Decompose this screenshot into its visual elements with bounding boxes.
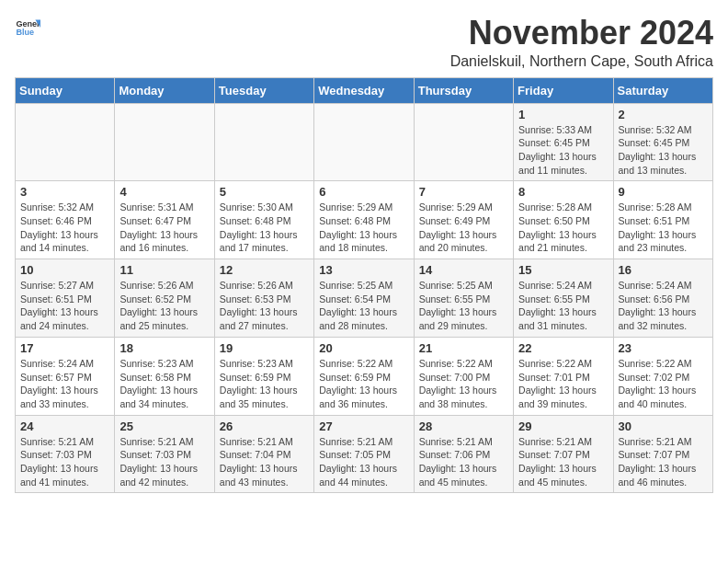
day-info: Sunrise: 5:24 AM Sunset: 6:55 PM Dayligh… xyxy=(518,279,608,333)
day-number: 21 xyxy=(419,341,508,355)
day-number: 25 xyxy=(119,419,209,433)
calendar-cell xyxy=(214,103,313,181)
day-number: 24 xyxy=(20,419,109,433)
day-info: Sunrise: 5:29 AM Sunset: 6:49 PM Dayligh… xyxy=(419,201,508,255)
calendar-cell: 25Sunrise: 5:21 AM Sunset: 7:03 PM Dayli… xyxy=(115,415,214,493)
day-info: Sunrise: 5:31 AM Sunset: 6:47 PM Dayligh… xyxy=(119,201,209,255)
calendar-cell: 21Sunrise: 5:22 AM Sunset: 7:00 PM Dayli… xyxy=(414,337,513,415)
calendar-cell xyxy=(414,103,513,181)
day-info: Sunrise: 5:23 AM Sunset: 6:59 PM Dayligh… xyxy=(220,357,309,411)
calendar-cell: 23Sunrise: 5:22 AM Sunset: 7:02 PM Dayli… xyxy=(613,337,712,415)
calendar-cell: 18Sunrise: 5:23 AM Sunset: 6:58 PM Dayli… xyxy=(115,337,214,415)
day-info: Sunrise: 5:26 AM Sunset: 6:53 PM Dayligh… xyxy=(220,279,309,333)
day-number: 2 xyxy=(619,108,708,121)
day-number: 30 xyxy=(619,419,708,433)
calendar-cell: 1Sunrise: 5:33 AM Sunset: 6:45 PM Daylig… xyxy=(514,103,613,181)
day-number: 18 xyxy=(119,341,209,355)
calendar-cell xyxy=(115,103,214,181)
col-header-wednesday: Wednesday xyxy=(314,77,414,103)
calendar-header-row: SundayMondayTuesdayWednesdayThursdayFrid… xyxy=(16,77,713,103)
calendar-cell: 26Sunrise: 5:21 AM Sunset: 7:04 PM Dayli… xyxy=(214,415,313,493)
day-info: Sunrise: 5:27 AM Sunset: 6:51 PM Dayligh… xyxy=(20,279,109,333)
day-info: Sunrise: 5:22 AM Sunset: 7:00 PM Dayligh… xyxy=(419,357,508,411)
calendar-cell: 22Sunrise: 5:22 AM Sunset: 7:01 PM Dayli… xyxy=(514,337,613,415)
calendar-week-3: 10Sunrise: 5:27 AM Sunset: 6:51 PM Dayli… xyxy=(16,259,713,338)
calendar-cell: 16Sunrise: 5:24 AM Sunset: 6:56 PM Dayli… xyxy=(613,259,712,338)
day-info: Sunrise: 5:26 AM Sunset: 6:52 PM Dayligh… xyxy=(119,279,209,333)
logo-icon: General Blue xyxy=(15,15,40,40)
day-number: 29 xyxy=(518,419,608,433)
page-header: General Blue November 2024 Danielskuil, … xyxy=(15,15,713,70)
day-number: 22 xyxy=(518,341,608,355)
day-number: 23 xyxy=(619,341,708,355)
calendar-week-2: 3Sunrise: 5:32 AM Sunset: 6:46 PM Daylig… xyxy=(16,181,713,259)
col-header-friday: Friday xyxy=(514,77,613,103)
day-info: Sunrise: 5:29 AM Sunset: 6:48 PM Dayligh… xyxy=(319,201,408,255)
day-number: 5 xyxy=(220,185,309,199)
calendar-cell: 19Sunrise: 5:23 AM Sunset: 6:59 PM Dayli… xyxy=(214,337,313,415)
calendar-cell: 9Sunrise: 5:28 AM Sunset: 6:51 PM Daylig… xyxy=(613,181,712,259)
day-number: 3 xyxy=(20,185,109,199)
col-header-sunday: Sunday xyxy=(16,77,115,103)
calendar-week-1: 1Sunrise: 5:33 AM Sunset: 6:45 PM Daylig… xyxy=(16,103,713,181)
day-number: 1 xyxy=(518,108,608,121)
day-info: Sunrise: 5:22 AM Sunset: 7:02 PM Dayligh… xyxy=(619,357,708,411)
calendar-cell: 29Sunrise: 5:21 AM Sunset: 7:07 PM Dayli… xyxy=(514,415,613,493)
calendar-week-4: 17Sunrise: 5:24 AM Sunset: 6:57 PM Dayli… xyxy=(16,337,713,415)
calendar-cell: 12Sunrise: 5:26 AM Sunset: 6:53 PM Dayli… xyxy=(214,259,313,338)
day-info: Sunrise: 5:33 AM Sunset: 6:45 PM Dayligh… xyxy=(518,123,608,178)
col-header-thursday: Thursday xyxy=(414,77,513,103)
day-number: 14 xyxy=(419,263,508,277)
day-info: Sunrise: 5:28 AM Sunset: 6:50 PM Dayligh… xyxy=(518,201,608,255)
day-info: Sunrise: 5:21 AM Sunset: 7:07 PM Dayligh… xyxy=(619,435,708,489)
calendar-cell: 28Sunrise: 5:21 AM Sunset: 7:06 PM Dayli… xyxy=(414,415,513,493)
month-title: November 2024 xyxy=(450,15,713,52)
day-number: 20 xyxy=(319,341,408,355)
day-info: Sunrise: 5:28 AM Sunset: 6:51 PM Dayligh… xyxy=(619,201,708,255)
day-info: Sunrise: 5:30 AM Sunset: 6:48 PM Dayligh… xyxy=(220,201,309,255)
day-number: 6 xyxy=(319,185,408,199)
day-number: 15 xyxy=(518,263,608,277)
calendar-cell xyxy=(16,103,115,181)
day-info: Sunrise: 5:23 AM Sunset: 6:58 PM Dayligh… xyxy=(119,357,209,411)
day-number: 17 xyxy=(20,341,109,355)
svg-text:Blue: Blue xyxy=(16,28,34,37)
calendar-cell: 30Sunrise: 5:21 AM Sunset: 7:07 PM Dayli… xyxy=(613,415,712,493)
day-info: Sunrise: 5:22 AM Sunset: 7:01 PM Dayligh… xyxy=(518,357,608,411)
calendar-cell: 11Sunrise: 5:26 AM Sunset: 6:52 PM Dayli… xyxy=(115,259,214,338)
logo: General Blue xyxy=(15,15,40,40)
day-number: 13 xyxy=(319,263,408,277)
day-number: 9 xyxy=(619,185,708,199)
day-info: Sunrise: 5:21 AM Sunset: 7:07 PM Dayligh… xyxy=(518,435,608,489)
calendar-cell: 17Sunrise: 5:24 AM Sunset: 6:57 PM Dayli… xyxy=(16,337,115,415)
day-number: 11 xyxy=(119,263,209,277)
day-number: 4 xyxy=(119,185,209,199)
subtitle: Danielskuil, Northern Cape, South Africa xyxy=(450,53,713,70)
calendar-cell: 27Sunrise: 5:21 AM Sunset: 7:05 PM Dayli… xyxy=(314,415,414,493)
calendar-cell: 15Sunrise: 5:24 AM Sunset: 6:55 PM Dayli… xyxy=(514,259,613,338)
day-info: Sunrise: 5:32 AM Sunset: 6:45 PM Dayligh… xyxy=(619,123,708,178)
day-number: 28 xyxy=(419,419,508,433)
day-info: Sunrise: 5:22 AM Sunset: 6:59 PM Dayligh… xyxy=(319,357,408,411)
day-info: Sunrise: 5:25 AM Sunset: 6:54 PM Dayligh… xyxy=(319,279,408,333)
calendar-cell: 24Sunrise: 5:21 AM Sunset: 7:03 PM Dayli… xyxy=(16,415,115,493)
day-number: 10 xyxy=(20,263,109,277)
day-info: Sunrise: 5:25 AM Sunset: 6:55 PM Dayligh… xyxy=(419,279,508,333)
day-info: Sunrise: 5:21 AM Sunset: 7:06 PM Dayligh… xyxy=(419,435,508,489)
day-info: Sunrise: 5:32 AM Sunset: 6:46 PM Dayligh… xyxy=(20,201,109,255)
calendar-cell: 6Sunrise: 5:29 AM Sunset: 6:48 PM Daylig… xyxy=(314,181,414,259)
day-info: Sunrise: 5:21 AM Sunset: 7:04 PM Dayligh… xyxy=(220,435,309,489)
day-number: 27 xyxy=(319,419,408,433)
calendar-week-5: 24Sunrise: 5:21 AM Sunset: 7:03 PM Dayli… xyxy=(16,415,713,493)
calendar-cell: 8Sunrise: 5:28 AM Sunset: 6:50 PM Daylig… xyxy=(514,181,613,259)
day-number: 12 xyxy=(220,263,309,277)
col-header-tuesday: Tuesday xyxy=(214,77,313,103)
calendar-table: SundayMondayTuesdayWednesdayThursdayFrid… xyxy=(15,77,713,494)
day-number: 26 xyxy=(220,419,309,433)
title-area: November 2024 Danielskuil, Northern Cape… xyxy=(450,15,713,70)
day-number: 19 xyxy=(220,341,309,355)
calendar-cell xyxy=(314,103,414,181)
calendar-cell: 10Sunrise: 5:27 AM Sunset: 6:51 PM Dayli… xyxy=(16,259,115,338)
calendar-cell: 20Sunrise: 5:22 AM Sunset: 6:59 PM Dayli… xyxy=(314,337,414,415)
day-info: Sunrise: 5:21 AM Sunset: 7:03 PM Dayligh… xyxy=(20,435,109,489)
